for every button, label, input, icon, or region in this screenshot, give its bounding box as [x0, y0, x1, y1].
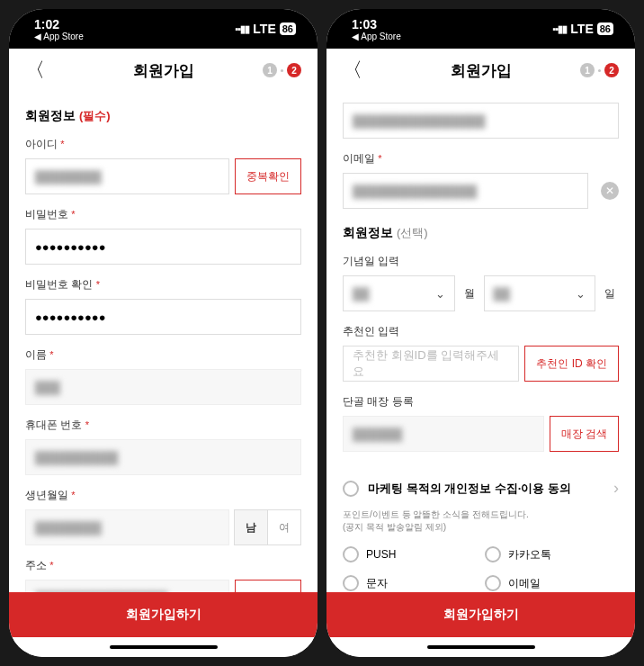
page-title: 회원가입 — [451, 60, 512, 81]
birth-label: 생년월일 * — [25, 488, 301, 503]
store-input[interactable]: ██████ — [343, 416, 544, 452]
phone-screen-right: 1:03 ◀ App Store ▪▪▮▮ LTE 86 〈 회원가입 1 2 … — [326, 9, 635, 657]
push-checkbox[interactable]: PUSH — [343, 546, 478, 562]
section-heading-optional: 회원정보 (선택) — [343, 225, 619, 241]
address-input[interactable]: ████████████████ — [25, 580, 229, 592]
back-to-appstore[interactable]: ◀ App Store — [352, 32, 401, 41]
marketing-consent-sub: 포인트/이벤트 등 알뜰한 소식을 전해드립니다.(공지 목적 발송알림 제외) — [343, 508, 619, 534]
submit-button[interactable]: 회원가입하기 — [9, 592, 318, 637]
submit-button[interactable]: 회원가입하기 — [326, 592, 635, 637]
check-referrer-button[interactable]: 추천인 ID 확인 — [524, 346, 619, 382]
referrer-input[interactable]: 추천한 회원ID를 입력해주세요 — [343, 346, 519, 382]
email-checkbox[interactable]: 이메일 — [485, 575, 620, 591]
status-time: 1:03 — [352, 17, 401, 32]
name-input[interactable]: ███ — [25, 369, 301, 405]
step-indicator: 1 2 — [580, 63, 619, 77]
form-content: 회원정보 (필수) 아이디 * ████████ 중복확인 비밀번호 * ●●●… — [9, 92, 318, 592]
birth-input[interactable]: ████████ — [25, 509, 229, 545]
anniversary-label: 기념일 입력 — [343, 254, 619, 269]
form-content: ████████████████ 이메일 * ███████████████ ✕… — [326, 92, 635, 592]
battery-icon: 86 — [597, 22, 613, 35]
step-dot-1: 1 — [580, 63, 595, 77]
back-icon[interactable]: 〈 — [343, 57, 362, 84]
day-select[interactable]: ██⌄ — [484, 275, 596, 311]
radio-icon — [343, 481, 359, 497]
password-confirm-input[interactable]: ●●●●●●●●●● — [25, 299, 301, 335]
signal-icon: ▪▪▮▮ — [236, 23, 250, 35]
status-time: 1:02 — [34, 17, 84, 32]
gender-male-toggle[interactable]: 남 — [234, 509, 268, 545]
page-header: 〈 회원가입 1 2 — [326, 49, 635, 92]
status-bar: 1:03 ◀ App Store ▪▪▮▮ LTE 86 — [326, 9, 635, 49]
month-select[interactable]: ██⌄ — [343, 275, 455, 311]
phone-input[interactable]: ██████████ — [25, 439, 301, 475]
password-confirm-label: 비밀번호 확인 * — [25, 277, 301, 292]
id-label: 아이디 * — [25, 137, 301, 152]
marketing-consent-row[interactable]: 마케팅 목적의 개인정보 수집·이용 동의 › — [343, 468, 619, 508]
signal-icon: ▪▪▮▮ — [553, 23, 568, 35]
network-label: LTE — [570, 22, 593, 36]
password-label: 비밀번호 * — [25, 207, 301, 222]
search-store-button[interactable]: 매장 검색 — [550, 416, 619, 452]
id-input[interactable]: ████████ — [25, 158, 229, 194]
sms-checkbox[interactable]: 문자 — [343, 575, 478, 591]
phone-screen-left: 1:02 ◀ App Store ▪▪▮▮ LTE 86 〈 회원가입 1 2 … — [9, 9, 318, 657]
network-label: LTE — [253, 22, 275, 36]
chevron-down-icon: ⌄ — [435, 287, 445, 301]
prev-input[interactable]: ████████████████ — [343, 103, 619, 139]
clear-icon[interactable]: ✕ — [601, 182, 619, 200]
status-bar: 1:02 ◀ App Store ▪▪▮▮ LTE 86 — [9, 9, 318, 49]
step-dot-2: 2 — [287, 63, 301, 77]
referrer-label: 추천인 입력 — [343, 324, 619, 339]
back-to-appstore[interactable]: ◀ App Store — [34, 32, 84, 41]
marketing-consent-title: 마케팅 목적의 개인정보 수집·이용 동의 — [368, 481, 604, 497]
name-label: 이름 * — [25, 347, 301, 363]
step-dot-1: 1 — [263, 63, 277, 77]
address-label: 주소 * — [25, 558, 301, 573]
kakao-checkbox[interactable]: 카카오톡 — [485, 546, 620, 562]
gender-female-toggle[interactable]: 여 — [267, 509, 301, 545]
step-dot-2: 2 — [604, 63, 619, 77]
find-address-button[interactable]: 주소찾기 — [235, 580, 301, 592]
page-title: 회원가입 — [133, 60, 194, 81]
page-header: 〈 회원가입 1 2 — [9, 49, 318, 92]
email-label: 이메일 * — [343, 151, 619, 166]
month-unit: 월 — [461, 275, 479, 311]
home-indicator[interactable] — [9, 637, 318, 657]
section-heading-required: 회원정보 (필수) — [25, 108, 301, 124]
day-unit: 일 — [601, 275, 619, 311]
password-input[interactable]: ●●●●●●●●●● — [25, 229, 301, 265]
store-label: 단골 매장 등록 — [343, 394, 619, 410]
chevron-right-icon: › — [613, 479, 619, 498]
phone-label: 휴대폰 번호 * — [25, 418, 301, 433]
step-indicator: 1 2 — [263, 63, 301, 77]
chevron-down-icon: ⌄ — [576, 287, 586, 301]
email-input[interactable]: ███████████████ — [343, 173, 588, 209]
back-icon[interactable]: 〈 — [25, 57, 45, 84]
battery-icon: 86 — [280, 22, 296, 35]
home-indicator[interactable] — [326, 637, 635, 657]
check-duplicate-button[interactable]: 중복확인 — [235, 158, 301, 194]
